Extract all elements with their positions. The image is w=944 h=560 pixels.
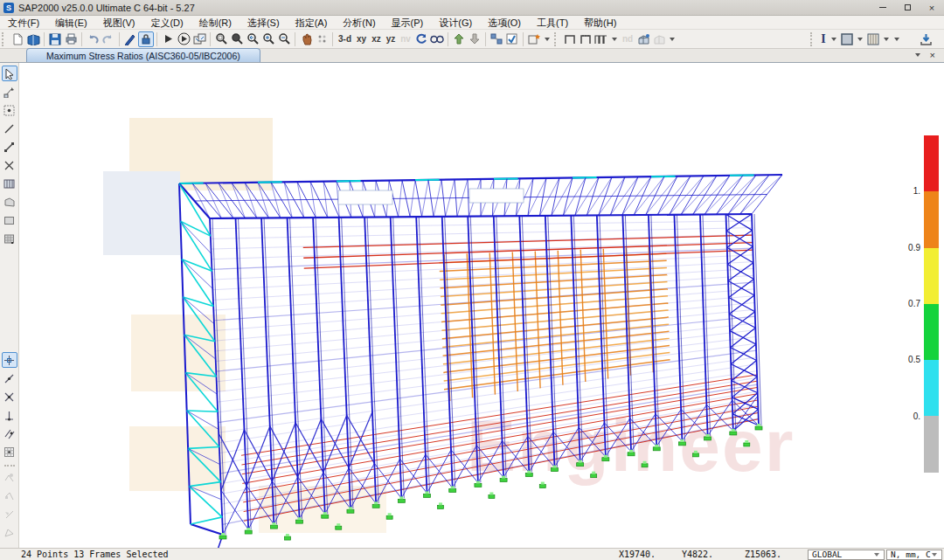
new-model-button[interactable] bbox=[10, 31, 25, 47]
menu-assign[interactable]: 指定(A) bbox=[288, 16, 336, 30]
legend-tick-label: 1. bbox=[899, 186, 920, 196]
quick-area-button[interactable] bbox=[2, 231, 17, 246]
download-button[interactable] bbox=[918, 31, 934, 47]
frame-section-button[interactable]: I bbox=[818, 32, 828, 46]
draw-multi-frame-button[interactable] bbox=[593, 31, 609, 47]
run-button[interactable] bbox=[160, 31, 176, 47]
print-button[interactable] bbox=[63, 31, 79, 47]
minimize-button[interactable] bbox=[871, 0, 895, 15]
legend-tick-label: 0.7 bbox=[899, 299, 920, 308]
undo-button[interactable] bbox=[85, 31, 101, 47]
legend-segment bbox=[924, 135, 939, 191]
pointer-tool-button[interactable] bbox=[2, 66, 17, 81]
toolbar-separator bbox=[119, 32, 120, 46]
active-document-tab[interactable]: Maximum Stress Ratios (AISC360-05/IBC200… bbox=[26, 48, 260, 62]
menu-analyze[interactable]: 分析(N) bbox=[335, 16, 383, 30]
save-button[interactable] bbox=[47, 31, 63, 47]
legend-segment bbox=[924, 416, 939, 472]
frame-section-dropdown[interactable] bbox=[831, 38, 836, 41]
move-down-level-button[interactable] bbox=[467, 31, 482, 47]
open-file-button[interactable] bbox=[25, 31, 41, 47]
menu-design[interactable]: 设计(G) bbox=[431, 16, 480, 30]
display-options-dropdown[interactable] bbox=[545, 38, 550, 41]
menu-view[interactable]: 视图(V) bbox=[95, 16, 143, 30]
snap-grid-button[interactable] bbox=[2, 444, 17, 460]
menu-display[interactable]: 显示(P) bbox=[384, 16, 432, 30]
draw-joint-button[interactable] bbox=[2, 102, 17, 118]
wall-section-button[interactable] bbox=[865, 31, 881, 47]
zoom-out-button[interactable] bbox=[276, 31, 292, 47]
restore-full-view-button[interactable] bbox=[229, 31, 245, 47]
object-options-checkbox[interactable] bbox=[504, 31, 520, 47]
draw-3d-tool-2-button bbox=[2, 487, 17, 503]
side-toolbar bbox=[0, 63, 19, 548]
toolbar-separator bbox=[295, 32, 295, 46]
menu-select[interactable]: 选择(S) bbox=[239, 16, 288, 30]
menu-draw[interactable]: 绘制(R) bbox=[191, 16, 239, 30]
menu-edit[interactable]: 编辑(E) bbox=[47, 16, 95, 30]
perspective-toggle-button[interactable] bbox=[429, 31, 445, 47]
menu-help[interactable]: 帮助(H) bbox=[576, 16, 624, 30]
run-analysis-button[interactable] bbox=[176, 31, 191, 47]
previous-zoom-button[interactable] bbox=[245, 31, 260, 47]
model-viewport[interactable]: Engineer 1.0.90.70.50. bbox=[19, 63, 944, 548]
snap-midpoints-button[interactable] bbox=[2, 370, 17, 386]
more-tools-dropdown[interactable] bbox=[894, 38, 899, 41]
csys-select[interactable]: GLOBAL bbox=[808, 550, 885, 560]
building-view-button[interactable] bbox=[635, 31, 651, 47]
draw-secondary-beams-button[interactable] bbox=[2, 176, 17, 191]
draw-frame-dropdown[interactable] bbox=[612, 38, 617, 41]
restore-button[interactable] bbox=[895, 0, 920, 15]
area-section-dropdown[interactable] bbox=[857, 38, 863, 41]
snap-joints-button[interactable] bbox=[2, 352, 17, 368]
rotate-view-button[interactable] bbox=[413, 31, 429, 47]
view-xy-button[interactable]: xy bbox=[354, 34, 369, 44]
quick-frame-tool-button[interactable] bbox=[2, 139, 17, 155]
snap-parallel-button[interactable] bbox=[2, 425, 17, 441]
nd-label: nd bbox=[620, 34, 635, 44]
move-up-level-button[interactable] bbox=[451, 31, 467, 47]
pan-button[interactable] bbox=[298, 31, 314, 47]
tab-close-icon[interactable]: × bbox=[930, 51, 935, 59]
object-shrink-toggle-button[interactable] bbox=[489, 31, 504, 47]
menu-options[interactable]: 选项(O) bbox=[480, 16, 529, 30]
view-nv-button: nv bbox=[398, 34, 413, 44]
building-view-dropdown[interactable] bbox=[670, 38, 675, 41]
zoom-in-button[interactable] bbox=[260, 31, 276, 47]
wall-section-dropdown[interactable] bbox=[884, 38, 889, 41]
units-select[interactable]: N, mm, C bbox=[886, 550, 942, 560]
toolbar-separator bbox=[44, 32, 45, 46]
toolbar-grip[interactable] bbox=[2, 32, 8, 46]
legend-segment bbox=[924, 304, 939, 360]
close-icon: × bbox=[929, 3, 934, 13]
view-3d-button[interactable]: 3-d bbox=[336, 34, 354, 44]
rubber-band-zoom-button[interactable] bbox=[213, 31, 229, 47]
close-button[interactable]: × bbox=[920, 0, 944, 15]
refresh-window-button[interactable] bbox=[122, 31, 138, 47]
snap-intersections-button[interactable] bbox=[2, 389, 17, 404]
toolbar-grip[interactable] bbox=[554, 32, 560, 46]
tab-list-dropdown[interactable] bbox=[915, 53, 920, 57]
draw-frame-ticks-button[interactable] bbox=[578, 31, 593, 47]
area-section-button[interactable] bbox=[839, 31, 855, 47]
menu-file[interactable]: 文件(F) bbox=[0, 16, 47, 30]
snap-perpendicular-button[interactable] bbox=[2, 407, 17, 423]
menu-tools[interactable]: 工具(T) bbox=[529, 16, 576, 30]
draw-rect-area-button[interactable] bbox=[2, 212, 17, 228]
view-yz-button[interactable]: yz bbox=[384, 34, 399, 44]
view-xz-button[interactable]: xz bbox=[369, 34, 384, 44]
draw-frame-tool-button[interactable] bbox=[2, 121, 17, 136]
named-view-button[interactable] bbox=[314, 31, 330, 47]
draw-braces-tool-button[interactable] bbox=[2, 157, 17, 173]
structure-model[interactable] bbox=[19, 63, 944, 548]
model-alive-button[interactable] bbox=[191, 31, 207, 47]
minimize-icon bbox=[879, 7, 886, 8]
menu-define[interactable]: 定义(D) bbox=[142, 16, 191, 30]
lock-model-button[interactable] bbox=[138, 31, 154, 47]
toolbar-grip[interactable] bbox=[810, 32, 816, 46]
reshape-tool-button[interactable] bbox=[2, 84, 17, 100]
display-options-button[interactable] bbox=[526, 31, 542, 47]
draw-frame-section-button[interactable] bbox=[562, 31, 578, 47]
draw-poly-area-button[interactable] bbox=[2, 194, 17, 210]
redo-button[interactable] bbox=[101, 31, 116, 47]
